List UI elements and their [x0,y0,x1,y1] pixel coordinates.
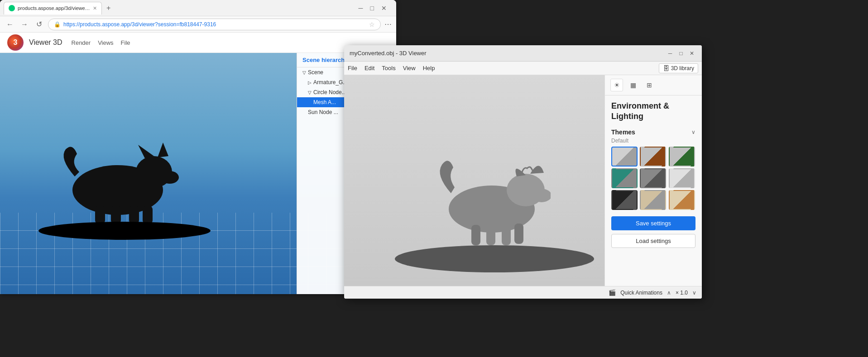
theme-item-1[interactable] [640,147,666,167]
app-logo: 3 [7,34,24,51]
svg-marker-4 [158,143,168,157]
svg-point-2 [161,171,179,184]
reload-button[interactable]: ↺ [34,20,44,29]
svg-rect-7 [129,206,139,224]
theme-item-3[interactable] [611,168,638,188]
viewer3d-titlebar: myConverted.obj - 3D Viewer ─ □ ✕ [344,45,702,62]
viewer3d-restore[interactable]: □ [676,50,686,57]
tab-area: products.aspose.app/3d/viewer?session=fb… [4,2,350,14]
svg-marker-3 [138,145,154,158]
viewer3d-window: myConverted.obj - 3D Viewer ─ □ ✕ File E… [344,45,702,299]
dog-3d-model [424,150,551,250]
menu-edit-3d[interactable]: Edit [364,65,374,71]
platform-silhouette [38,222,211,240]
menu-tools-3d[interactable]: Tools [382,65,395,71]
svg-rect-14 [502,225,511,245]
themes-label: Themes [611,129,635,136]
svg-point-11 [532,189,551,202]
grid-icon: ⊞ [647,81,652,89]
menu-help-3d[interactable]: Help [423,65,435,71]
menu-views[interactable]: Views [98,39,113,46]
theme-item-7[interactable] [640,190,666,210]
settings-tab[interactable]: ▦ [627,79,639,91]
themes-chevron-icon[interactable]: ∨ [691,129,695,135]
browser-titlebar: products.aspose.app/3d/viewer?session=fb… [0,0,396,16]
browser-window: products.aspose.app/3d/viewer?session=fb… [0,0,396,294]
viewer3d-viewport[interactable] [344,75,604,286]
platform-3d [395,245,594,272]
minimize-icon[interactable]: ─ [356,4,365,13]
panel-tabs: ☀ ▦ ⊞ [605,75,702,95]
grid-tab[interactable]: ⊞ [643,79,656,91]
library-icon: 🗄 [663,65,669,72]
restore-icon[interactable]: □ [368,4,376,13]
svg-rect-8 [143,206,153,224]
theme-item-6[interactable] [611,190,638,210]
svg-rect-5 [95,206,105,224]
svg-rect-13 [486,225,495,245]
collapse-arrow-2: ▽ [308,90,312,95]
quick-animations-label[interactable]: Quick Animations [620,290,662,296]
menu-file-3d[interactable]: File [348,65,357,71]
url-text: https://products.aspose.app/3d/viewer?se… [63,21,366,28]
load-settings-button[interactable]: Load settings [611,234,695,248]
expand-arrow: ▷ [308,80,312,85]
browser-viewport: Left Scene hierarchy t ▽ Scene ▷ Armatur… [0,53,396,294]
zoom-level: × 1.0 [676,290,688,296]
viewer3d-window-title: myConverted.obj - 3D Viewer [350,50,664,57]
collapse-arrow: ▽ [302,70,306,75]
browser-menu-icon[interactable]: ⋯ [384,20,392,29]
forward-button[interactable]: → [19,20,30,29]
browser-tab[interactable]: products.aspose.app/3d/viewer?session=fb… [4,2,102,14]
theme-item-0[interactable] [611,147,638,167]
viewer3d-bottombar: 🎬 Quick Animations ∧ × 1.0 ∨ [344,286,702,299]
svg-rect-6 [111,206,121,224]
themes-header: Themes ∨ [605,125,702,138]
app-menu: Render Views File [72,39,130,46]
app-title: Viewer 3D [29,38,62,47]
theme-item-8[interactable] [669,190,695,210]
library-button[interactable]: 🗄 3D library [659,63,698,73]
panel-section-title: Environment & Lighting [605,95,702,125]
theme-item-4[interactable] [640,168,666,188]
tab-favicon [9,5,15,11]
svg-rect-15 [514,224,523,244]
dog-silhouette [45,136,181,226]
theme-item-2[interactable] [669,147,695,167]
tab-title: products.aspose.app/3d/viewer?session=fb… [18,5,90,11]
browser-toolbar: ← → ↺ 🔒 https://products.aspose.app/3d/v… [0,16,396,33]
theme-item-5[interactable] [669,168,695,188]
menu-view-3d[interactable]: View [403,65,416,71]
sun-icon: ☀ [614,81,620,89]
tab-close-icon[interactable]: ✕ [93,5,97,11]
new-tab-button[interactable]: + [104,3,113,13]
themes-grid [605,147,702,214]
menu-file[interactable]: File [121,39,130,46]
viewer3d-minimize[interactable]: ─ [666,50,675,57]
back-button[interactable]: ← [5,20,15,29]
viewer3d-body: ☀ ▦ ⊞ Environment & Lighting Themes ∨ De… [344,75,702,286]
browser-controls: ─ □ ✕ [353,4,393,13]
viewer3d-menubar: File Edit Tools View Help 🗄 3D library [344,62,702,75]
zoom-up-icon[interactable]: ∧ [667,290,671,296]
viewer3d-close[interactable]: ✕ [687,50,696,57]
quick-anim-icon: 🎬 [609,289,616,296]
menu-render[interactable]: Render [72,39,91,46]
address-bar[interactable]: 🔒 https://products.aspose.app/3d/viewer?… [48,19,381,30]
zoom-down-icon[interactable]: ∨ [692,290,696,296]
close-icon[interactable]: ✕ [379,4,389,13]
settings-icon: ▦ [630,81,636,89]
right-panel: ☀ ▦ ⊞ Environment & Lighting Themes ∨ De… [604,75,702,286]
lighting-tab[interactable]: ☀ [610,79,623,91]
app-header: 3 Viewer 3D Render Views File [0,33,396,53]
themes-default-label: Default [605,138,702,147]
bookmark-icon[interactable]: ☆ [369,21,375,28]
save-settings-button[interactable]: Save settings [611,216,695,230]
svg-rect-12 [471,225,480,245]
